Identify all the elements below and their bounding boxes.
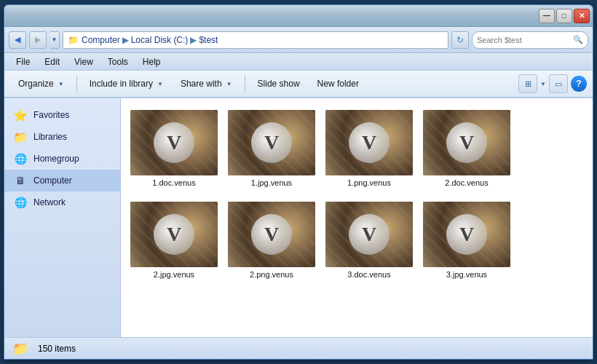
- venus-overlay: V: [423, 202, 510, 267]
- menu-tools[interactable]: Tools: [102, 55, 134, 68]
- file-thumbnail: V: [228, 110, 315, 175]
- share-label: Share with: [181, 79, 222, 89]
- sidebar-item-homegroup[interactable]: 🌐 Homegroup: [4, 148, 120, 170]
- include-dropdown-icon: ▼: [157, 81, 163, 87]
- breadcrumb-localdisk[interactable]: Local Disk (C:): [131, 35, 189, 45]
- share-dropdown-icon: ▼: [226, 81, 232, 87]
- venus-overlay: V: [423, 110, 510, 175]
- include-label: Include in library: [90, 79, 153, 89]
- window-controls: — □ ✕: [539, 9, 590, 23]
- folder-status-icon: 📁: [12, 340, 29, 357]
- libraries-icon: 📁: [13, 130, 28, 144]
- file-thumbnail: V: [325, 202, 413, 267]
- sidebar-item-network[interactable]: 🌐 Network: [4, 191, 120, 213]
- file-name: 1.png.venus: [347, 178, 391, 187]
- title-bar: — □ ✕: [4, 5, 593, 27]
- sidebar-label-libraries: Libraries: [33, 132, 67, 142]
- network-icon: 🌐: [13, 195, 28, 210]
- file-item[interactable]: V 2.jpg.venus: [127, 196, 221, 285]
- computer-icon: 🖥: [13, 173, 28, 188]
- address-bar: ◀ ▶ ▼ 📁 Computer ▶ Local Disk (C:) ▶ $te…: [4, 27, 593, 53]
- venus-overlay: V: [325, 202, 413, 267]
- venus-overlay: V: [130, 110, 218, 175]
- forward-button[interactable]: ▶: [29, 31, 47, 49]
- view-dropdown-arrow[interactable]: ▼: [540, 81, 546, 87]
- file-item[interactable]: V 1.jpg.venus: [224, 104, 319, 193]
- file-name: 1.jpg.venus: [251, 178, 292, 187]
- venus-overlay: V: [130, 202, 218, 267]
- file-item[interactable]: V 2.doc.venus: [419, 104, 514, 193]
- file-grid: V 1.doc.venus V 1.jpg.venus V 1.png.venu…: [121, 98, 593, 337]
- menu-view[interactable]: View: [68, 55, 99, 68]
- file-item[interactable]: V 1.png.venus: [322, 104, 416, 193]
- file-item[interactable]: V 3.jpg.venus: [419, 196, 514, 285]
- venus-icon: V: [349, 122, 390, 163]
- venus-icon: V: [251, 122, 292, 163]
- item-count: 150 items: [38, 344, 76, 354]
- organize-dropdown-icon: ▼: [58, 81, 64, 87]
- venus-icon: V: [349, 214, 390, 255]
- file-name: 3.jpg.venus: [446, 270, 487, 279]
- sidebar-item-favorites[interactable]: ⭐ Favorites: [4, 104, 120, 126]
- menu-help[interactable]: Help: [137, 55, 167, 68]
- minimize-button[interactable]: —: [539, 9, 555, 23]
- sidebar-item-computer[interactable]: 🖥 Computer: [4, 170, 120, 191]
- file-item[interactable]: V 2.png.venus: [224, 196, 319, 285]
- venus-overlay: V: [228, 202, 315, 267]
- file-thumbnail: V: [228, 202, 315, 267]
- refresh-button[interactable]: ↻: [451, 31, 469, 49]
- toolbar-sep1: [76, 75, 77, 92]
- breadcrumb[interactable]: 📁 Computer ▶ Local Disk (C:) ▶ $test: [63, 31, 448, 49]
- main-content: ⭐ Favorites 📁 Libraries 🌐 Homegroup 🖥 Co…: [4, 98, 593, 337]
- search-input[interactable]: [477, 36, 564, 44]
- toolbar-right: ⊞ ▼ ▭ ?: [518, 74, 587, 93]
- search-box[interactable]: 🔍: [472, 31, 588, 49]
- sidebar-label-favorites: Favorites: [33, 110, 69, 120]
- slideshow-label: Slide show: [258, 79, 300, 89]
- breadcrumb-icon: 📁: [68, 35, 79, 45]
- sidebar-item-libraries[interactable]: 📁 Libraries: [4, 126, 120, 148]
- menu-file[interactable]: File: [10, 55, 36, 68]
- favorites-icon: ⭐: [13, 108, 28, 122]
- homegroup-icon: 🌐: [13, 151, 28, 166]
- file-item[interactable]: V 1.doc.venus: [127, 104, 221, 193]
- close-button[interactable]: ✕: [574, 9, 590, 23]
- recent-locations-button[interactable]: ▼: [50, 31, 60, 49]
- menu-bar: File Edit View Tools Help: [4, 53, 593, 71]
- venus-icon: V: [154, 122, 194, 163]
- organize-button[interactable]: Organize ▼: [10, 75, 72, 92]
- file-thumbnail: V: [423, 110, 510, 175]
- file-item[interactable]: V 3.doc.venus: [322, 196, 416, 285]
- breadcrumb-computer[interactable]: Computer: [82, 35, 120, 45]
- venus-overlay: V: [228, 110, 315, 175]
- breadcrumb-sep1: ▶: [122, 35, 129, 45]
- share-with-button[interactable]: Share with ▼: [173, 75, 240, 92]
- sidebar: ⭐ Favorites 📁 Libraries 🌐 Homegroup 🖥 Co…: [4, 98, 121, 337]
- breadcrumb-sep2: ▶: [190, 35, 197, 45]
- venus-icon: V: [154, 214, 194, 255]
- organize-label: Organize: [18, 79, 54, 89]
- status-bar: 📁 150 items: [4, 337, 593, 359]
- back-button[interactable]: ◀: [9, 31, 26, 49]
- file-name: 3.doc.venus: [347, 270, 390, 279]
- file-name: 2.jpg.venus: [154, 270, 194, 279]
- newfolder-label: New folder: [317, 79, 359, 89]
- explorer-window: — □ ✕ ◀ ▶ ▼ 📁 Computer ▶ Local Disk (C:)…: [4, 4, 593, 360]
- venus-icon: V: [251, 214, 292, 255]
- file-name: 1.doc.venus: [152, 178, 195, 187]
- file-thumbnail: V: [325, 110, 413, 175]
- venus-icon: V: [446, 122, 487, 163]
- view-options-button[interactable]: ⊞: [518, 74, 537, 93]
- venus-overlay: V: [325, 110, 413, 175]
- menu-edit[interactable]: Edit: [39, 55, 66, 68]
- preview-pane-button[interactable]: ▭: [549, 74, 568, 93]
- breadcrumb-folder[interactable]: $test: [199, 35, 218, 45]
- file-thumbnail: V: [130, 202, 218, 267]
- venus-icon: V: [446, 214, 487, 255]
- file-thumbnail: V: [423, 202, 510, 267]
- include-in-library-button[interactable]: Include in library ▼: [82, 75, 171, 92]
- maximize-button[interactable]: □: [556, 9, 572, 23]
- slideshow-button[interactable]: Slide show: [250, 75, 308, 92]
- help-button[interactable]: ?: [571, 76, 587, 92]
- new-folder-button[interactable]: New folder: [309, 75, 367, 92]
